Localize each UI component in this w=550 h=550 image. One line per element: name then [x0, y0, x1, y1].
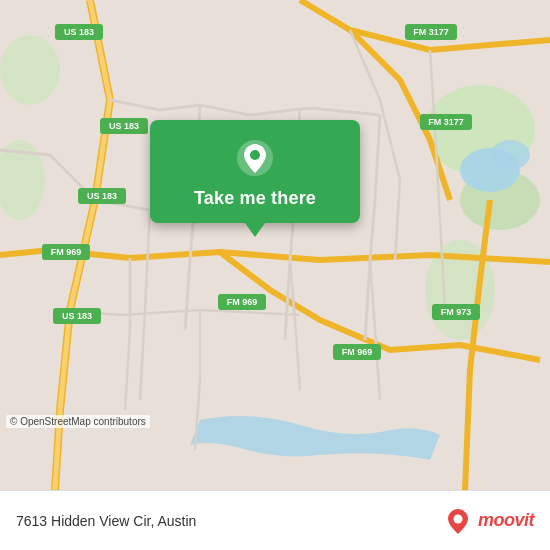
svg-point-30 [453, 514, 462, 523]
popup-label: Take me there [194, 188, 316, 209]
address-text: 7613 Hidden View Cir, Austin [16, 513, 196, 529]
osm-attribution: © OpenStreetMap contributors [6, 415, 150, 428]
moovit-wordmark: moovit [478, 510, 534, 531]
svg-point-5 [0, 35, 60, 105]
svg-text:FM 3177: FM 3177 [413, 27, 449, 37]
bottom-bar: 7613 Hidden View Cir, Austin moovit [0, 490, 550, 550]
map-container: US 183 US 183 US 183 US 183 FM 3177 FM 3… [0, 0, 550, 490]
svg-text:US 183: US 183 [62, 311, 92, 321]
svg-text:US 183: US 183 [87, 191, 117, 201]
svg-text:US 183: US 183 [109, 121, 139, 131]
map-pin-icon [235, 138, 275, 178]
moovit-logo: moovit [444, 507, 534, 535]
svg-text:FM 973: FM 973 [441, 307, 472, 317]
svg-text:FM 3177: FM 3177 [428, 117, 464, 127]
svg-text:FM 969: FM 969 [342, 347, 373, 357]
svg-point-29 [250, 150, 260, 160]
moovit-pin-icon [444, 507, 472, 535]
svg-text:US 183: US 183 [64, 27, 94, 37]
svg-text:FM 969: FM 969 [51, 247, 82, 257]
map-popup[interactable]: Take me there [150, 120, 360, 223]
svg-point-7 [490, 140, 530, 170]
svg-text:FM 969: FM 969 [227, 297, 258, 307]
